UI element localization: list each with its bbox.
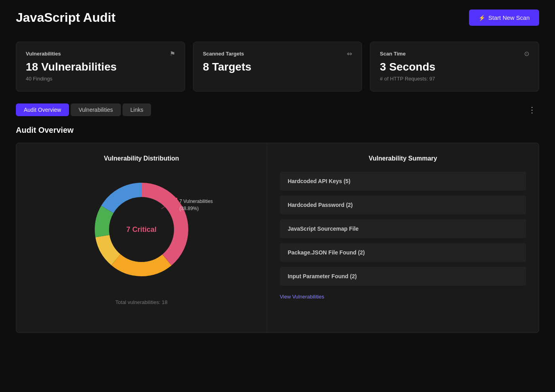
svg-point-6: [175, 198, 177, 200]
tab-links[interactable]: Links: [122, 103, 151, 116]
summary-panel: Vulnerability Summary Hardcoded API Keys…: [267, 143, 539, 333]
tabs-left: Audit Overview Vulnerabilities Links: [16, 103, 151, 116]
summary-item-2[interactable]: JavaScript Sourcemap File: [280, 219, 526, 238]
stat-sub-scan-time: # of HTTP Requests: 97: [380, 76, 529, 82]
annotation-line-svg: [161, 198, 177, 210]
chart-title: Vulnerability Distribution: [104, 155, 179, 162]
lightning-icon: ⚡: [478, 15, 485, 21]
annotation-count: 7 Vulnerabilities: [180, 198, 213, 205]
header: JavaScript Audit ⚡ Start New Scan: [0, 0, 555, 34]
chart-panel: Vulnerability Distribution 7 Critical: [16, 143, 267, 333]
stats-row: Vulnerabilities ⚑ 18 Vulnerabilities 40 …: [0, 34, 555, 103]
page-title: JavaScript Audit: [16, 10, 115, 25]
more-options-icon[interactable]: ⋮: [525, 103, 539, 116]
svg-line-5: [161, 199, 176, 209]
flag-icon: ⚑: [170, 50, 175, 57]
summary-item-1[interactable]: Hardcoded Password (2): [280, 195, 526, 214]
stat-label-scan-time: Scan Time: [380, 51, 406, 57]
donut-chart: 7 Critical: [86, 174, 197, 285]
summary-title: Vulnerability Summary: [280, 155, 526, 162]
tab-vulnerabilities[interactable]: Vulnerabilities: [71, 103, 121, 116]
donut-center-label: 7 Critical: [126, 226, 157, 234]
stat-label-vulnerabilities: Vulnerabilities: [26, 51, 61, 57]
stat-card-header-scan-time: Scan Time ⊙: [380, 50, 529, 57]
stat-card-vulnerabilities: Vulnerabilities ⚑ 18 Vulnerabilities 40 …: [16, 42, 185, 92]
chart-annotation: 7 Vulnerabilities (38.89%): [180, 198, 213, 212]
tabs-row: Audit Overview Vulnerabilities Links ⋮: [0, 103, 555, 116]
summary-item-0[interactable]: Hardcoded API Keys (5): [280, 172, 526, 191]
stat-card-targets: Scanned Targets ⇔ 8 Targets: [193, 42, 362, 92]
link-icon: ⇔: [347, 50, 352, 57]
stat-value-targets: 8 Targets: [203, 61, 352, 73]
section-title: Audit Overview: [0, 126, 555, 135]
clock-icon: ⊙: [524, 50, 529, 57]
content-area: Vulnerability Distribution 7 Critical: [16, 143, 539, 333]
stat-value-vulnerabilities: 18 Vulnerabilities: [26, 61, 175, 73]
stat-sub-vulnerabilities: 40 Findings: [26, 76, 175, 82]
chart-total: Total vulnerabilities: 18: [115, 299, 168, 305]
stat-card-header-targets: Scanned Targets ⇔: [203, 50, 352, 57]
summary-item-3[interactable]: Package.JSON File Found (2): [280, 243, 526, 262]
start-scan-button[interactable]: ⚡ Start New Scan: [469, 10, 539, 26]
stat-card-scan-time: Scan Time ⊙ 3 Seconds # of HTTP Requests…: [370, 42, 539, 92]
tab-audit-overview[interactable]: Audit Overview: [16, 103, 69, 116]
stat-label-targets: Scanned Targets: [203, 51, 244, 57]
stat-value-scan-time: 3 Seconds: [380, 61, 529, 73]
view-vulnerabilities-link[interactable]: View Vulnerabilities: [280, 291, 324, 303]
annotation-pct: (38.89%): [180, 205, 213, 212]
summary-item-4[interactable]: Input Parameter Found (2): [280, 267, 526, 286]
start-scan-label: Start New Scan: [488, 14, 530, 21]
stat-card-header: Vulnerabilities ⚑: [26, 50, 175, 57]
